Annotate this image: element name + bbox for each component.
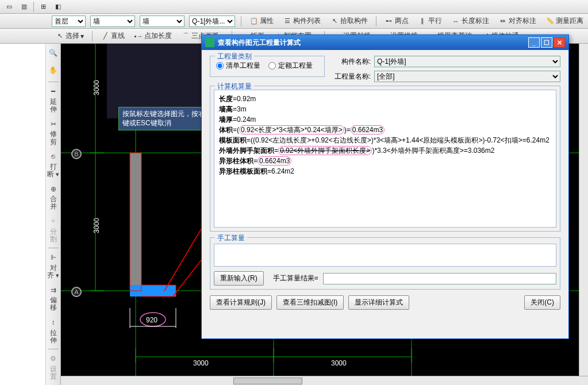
vt-zoom[interactable]: 🔍 (47, 46, 60, 62)
measure-icon: 📏 (545, 17, 555, 26)
dialog-icon (205, 38, 214, 47)
tb-ic-2[interactable]: ▥ (17, 1, 31, 13)
arc-icon: ⌒ (181, 32, 190, 41)
pointlen-icon: •→ (134, 32, 143, 41)
btn-reinput[interactable]: 重新输入(R) (214, 271, 264, 286)
btn-2pt[interactable]: ⊷两点 (382, 15, 411, 27)
manual-input-box[interactable] (214, 244, 556, 267)
close-button[interactable]: ✕ (554, 37, 565, 48)
lbl-qtyname: 工程量名称: (330, 72, 371, 82)
btn-measure[interactable]: 📏测量距离 (543, 15, 586, 27)
calc-output[interactable]: 长度=0.92m 墙高=3m 墙厚=0.24m 体积=(0.92<长度>*3<墙… (214, 90, 556, 228)
horizontal-scrollbar[interactable] (61, 376, 588, 385)
btn-view-rule[interactable]: 查看计算规则(J) (210, 295, 272, 310)
tb-ic-4[interactable]: ◧ (51, 1, 65, 13)
sel-cat2[interactable]: 墙 (140, 16, 185, 27)
qty-type-group: 工程量类别 清单工程量 定额工程量 (210, 56, 325, 77)
btn-parallel[interactable]: ∥平行 (416, 15, 444, 27)
select-icon: ↖ (55, 32, 64, 41)
btn-complist[interactable]: ☰构件列表 (280, 15, 323, 27)
btn-align-dim[interactable]: ⇔对齐标注 (496, 15, 539, 27)
hint-tooltip: 按鼠标左键选择图元，按右键或ESC键取消 (118, 107, 210, 130)
aligndim-icon: ⇔ (498, 17, 508, 26)
vt-settings[interactable]: ⚙设置 (47, 352, 60, 383)
lbl-result: 手工算量结果= (273, 274, 318, 283)
svg-rect-8 (141, 285, 176, 297)
btn-props[interactable]: 📋属性 (247, 15, 276, 27)
vt-break[interactable]: ⎋打断 ▾ (47, 149, 60, 180)
radio-quota[interactable]: 定额工程量 (268, 61, 313, 71)
vt-stretch[interactable]: ↕拉伸 (47, 315, 60, 346)
vt-offset[interactable]: ⇉偏移 (47, 283, 60, 314)
line-icon: ╱ (101, 32, 110, 41)
sel-cat1[interactable]: 墙 (90, 16, 135, 27)
btn-pointlen[interactable]: •→点加长度 (132, 30, 174, 42)
vt-trim[interactable]: ✂修剪 (47, 117, 60, 148)
vt-split[interactable]: ÷分割 (47, 214, 60, 245)
btn-detail[interactable]: 显示详细计算式 (348, 295, 409, 310)
vt-align[interactable]: ⊩对齐 ▾ (47, 251, 60, 282)
toolbar-icons: ▭ ▥ ⊞ ◧ (0, 0, 588, 14)
vt-pan[interactable]: ✋ (47, 63, 60, 79)
dialog-title-text: 查看构件图元工程量计算式 (218, 38, 301, 48)
svg-text:3000: 3000 (93, 80, 101, 95)
vt-ext[interactable]: ━延伸 (47, 84, 60, 116)
radio-bill[interactable]: 清单工程量 (216, 61, 260, 71)
manual-calc-group: 手工算量 重新输入(R) 手工算量结果= (210, 237, 560, 290)
tb-ic-3[interactable]: ⊞ (36, 1, 50, 13)
maximize-button[interactable]: ☐ (541, 37, 552, 48)
btn-pick[interactable]: ↖拾取构件 (328, 15, 370, 27)
computer-calc-group: 计算机算量 长度=0.92m 墙高=3m 墙厚=0.24m 体积=(0.92<长… (210, 86, 560, 232)
axis-badge-a: A (71, 287, 82, 297)
left-panel (0, 44, 46, 385)
sel-compname[interactable]: Q-1[外墙] (374, 56, 560, 67)
svg-rect-6 (130, 153, 141, 291)
list-icon: ☰ (283, 17, 292, 26)
dialog-titlebar[interactable]: 查看构件图元工程量计算式 _ ☐ ✕ (202, 35, 568, 50)
svg-text:3000: 3000 (93, 218, 101, 233)
minimize-button[interactable]: _ (528, 37, 540, 48)
tb-ic-1[interactable]: ▭ (2, 1, 16, 13)
calc-dialog: 查看构件图元工程量计算式 _ ☐ ✕ 工程量类别 清单工程量 定额工程量 构件名… (201, 34, 569, 339)
vt-merge[interactable]: ⊕合并 (47, 182, 60, 213)
sel-qtyname[interactable]: [全部] (374, 71, 560, 82)
btn-select[interactable]: ↖选择 ▾ (53, 30, 86, 42)
btn-len[interactable]: ↔长度标注 (449, 15, 491, 27)
vertical-scrollbar[interactable] (579, 44, 588, 376)
btn-line[interactable]: ╱直线 (98, 30, 127, 42)
btn-close-dlg[interactable]: 关闭(C) (524, 295, 560, 310)
vertical-toolbar: 🔍 ✋ ━延伸 ✂修剪 ⎋打断 ▾ ⊕合并 ÷分割 ⊩对齐 ▾ ⇉偏移 ↕拉伸 … (46, 44, 61, 385)
pick-icon: ↖ (330, 17, 339, 26)
sel-layer[interactable]: 首层 (52, 16, 86, 27)
result-input[interactable] (323, 273, 556, 284)
svg-text:3000: 3000 (331, 359, 347, 367)
svg-text:920: 920 (146, 316, 157, 324)
props-icon: 📋 (249, 17, 259, 26)
toolbar-main: 首层 墙 墙 Q-1[外墙... 📋属性 ☰构件列表 ↖拾取构件 ⊷两点 ∥平行… (0, 14, 588, 29)
axis-badge-b: B (71, 149, 82, 159)
twopoint-icon: ⊷ (385, 17, 394, 26)
sel-comp[interactable]: Q-1[外墙... (189, 16, 235, 27)
parallel-icon: ∥ (418, 17, 427, 26)
length-icon: ↔ (451, 17, 460, 26)
svg-text:3000: 3000 (193, 359, 209, 367)
btn-view-3d[interactable]: 查看三维扣减图(I) (276, 295, 344, 310)
lbl-compname: 构件名称: (330, 57, 371, 67)
